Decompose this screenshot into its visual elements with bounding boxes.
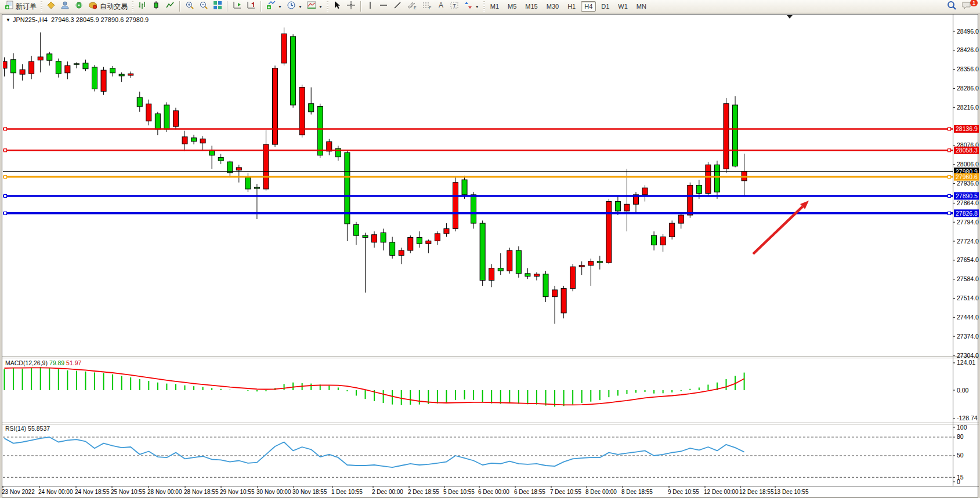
candle-body (714, 165, 719, 192)
timeframe-m30[interactable]: M30 (543, 1, 562, 12)
zoom-out-icon (199, 1, 208, 12)
template-icon (307, 1, 316, 12)
price-tick-label: 28426.0 (957, 46, 979, 53)
line-handle[interactable] (948, 194, 951, 197)
timeframe-m1[interactable]: M1 (487, 1, 502, 12)
text-label-tool-button[interactable]: T (447, 1, 461, 12)
candle-body (381, 232, 386, 242)
signals-button[interactable] (72, 1, 86, 12)
candle-body (399, 250, 404, 255)
trend-arrow (753, 201, 809, 254)
candle-body (2, 61, 7, 68)
auto-trading-button[interactable]: 自动交易 (86, 1, 130, 12)
candle-body (471, 195, 476, 223)
metaquotes-button[interactable] (44, 1, 58, 12)
search-button[interactable] (944, 1, 959, 12)
line-handle[interactable] (948, 212, 951, 215)
timeframe-d1[interactable]: D1 (598, 1, 613, 12)
tile-windows-button[interactable] (211, 1, 225, 12)
time-axis[interactable]: 23 Nov 202224 Nov 00:0024 Nov 18:5525 No… (2, 486, 809, 495)
arrows-tool-button[interactable]: ▼ (461, 1, 482, 12)
candle-body (200, 139, 205, 143)
toolbar-separator (261, 1, 262, 12)
new-order-button[interactable]: 新订单 (2, 1, 39, 12)
line-handle[interactable] (948, 176, 951, 179)
line-handle[interactable] (4, 176, 7, 179)
rsi-tick-label: 50 (957, 452, 964, 459)
vertical-line-tool-button[interactable] (364, 1, 377, 12)
clock-icon (287, 1, 296, 12)
toolbar: 新订单 自动交易 (0, 0, 980, 13)
timeframe-h4[interactable]: H4 (581, 1, 596, 12)
price-tick-label: 28216.0 (957, 104, 979, 111)
candle-body (38, 57, 43, 60)
candle-body (218, 158, 223, 161)
line-handle[interactable] (4, 212, 7, 215)
crosshair-tool-button[interactable] (344, 1, 358, 12)
notification-badge: 1 (970, 0, 978, 6)
price-tick-label: 28286.0 (957, 85, 979, 92)
price-tick-label: 27864.0 (957, 199, 979, 206)
line-handle[interactable] (948, 149, 951, 152)
search-icon (946, 0, 957, 13)
time-tick-label: 28 Nov 00:00 (147, 489, 182, 495)
candle-body (733, 105, 738, 166)
chart-shift-button[interactable] (230, 1, 244, 12)
zoom-in-button[interactable] (183, 1, 197, 12)
candle-body (642, 188, 648, 195)
candles-layer[interactable] (2, 27, 747, 323)
candle-body (47, 54, 52, 60)
timeframe-w1[interactable]: W1 (614, 1, 631, 12)
toolbar-grip (327, 1, 328, 12)
chart-shift-icon (233, 1, 242, 12)
candle-body (155, 114, 160, 129)
trendline-tool-button[interactable] (390, 1, 404, 12)
line-handle[interactable] (4, 194, 7, 197)
notifications-button[interactable]: 1 (959, 1, 974, 12)
zoom-out-button[interactable] (197, 1, 211, 12)
timeframe-m15[interactable]: M15 (522, 1, 541, 12)
candle-body (227, 162, 233, 173)
candle-body (534, 274, 539, 277)
candle-body (706, 165, 711, 193)
line-handle[interactable] (948, 128, 951, 130)
timeframe-h1[interactable]: H1 (564, 1, 579, 12)
chevron-down-icon: ▼ (278, 5, 282, 9)
fibonacci-tool-button[interactable]: F (420, 1, 435, 12)
candle-body (480, 223, 485, 280)
line-chart-mode-button[interactable] (163, 1, 177, 12)
indicators-button[interactable]: ▼ (264, 1, 284, 12)
chart-shift-marker-icon[interactable] (787, 15, 793, 19)
equidistant-channel-tool-button[interactable]: E (404, 1, 420, 12)
line-handle[interactable] (4, 149, 7, 152)
candle-body (146, 104, 151, 121)
auto-scroll-button[interactable] (244, 1, 258, 12)
line-handle[interactable] (4, 128, 7, 130)
candle-body (588, 261, 594, 266)
signal-icon (74, 1, 84, 12)
candle-body (309, 104, 314, 112)
line-chart-icon (165, 1, 175, 12)
bar-chart-mode-button[interactable] (135, 1, 149, 12)
cursor-tool-button[interactable] (330, 1, 344, 12)
time-tick-label: 6 Dec 00:00 (478, 489, 509, 495)
text-tool-button[interactable]: A (435, 1, 447, 12)
timeframe-m5[interactable]: M5 (504, 1, 520, 12)
candle-body (273, 68, 278, 144)
candlestick-mode-button[interactable] (149, 1, 163, 12)
macd-signal-value: 51.97 (66, 359, 81, 366)
svg-text:A: A (439, 1, 443, 9)
price-chart[interactable]: 28496.028426.028356.028286.028216.028076… (2, 14, 979, 498)
candle-body (498, 268, 503, 271)
candle-body (291, 37, 296, 105)
templates-button[interactable]: ▼ (305, 1, 325, 12)
time-tick-label: 23 Nov 2022 (2, 489, 35, 495)
profile-button[interactable] (58, 1, 72, 12)
timeframe-mn[interactable]: MN (633, 1, 650, 12)
periods-button[interactable]: ▼ (284, 1, 305, 12)
horizontal-line-tool-button[interactable] (377, 1, 390, 12)
candle-body (561, 289, 566, 313)
price-tick-label: 27794.0 (957, 219, 979, 226)
symbol-dropdown-icon[interactable]: ▼ (6, 17, 10, 23)
candle-body (624, 204, 630, 211)
